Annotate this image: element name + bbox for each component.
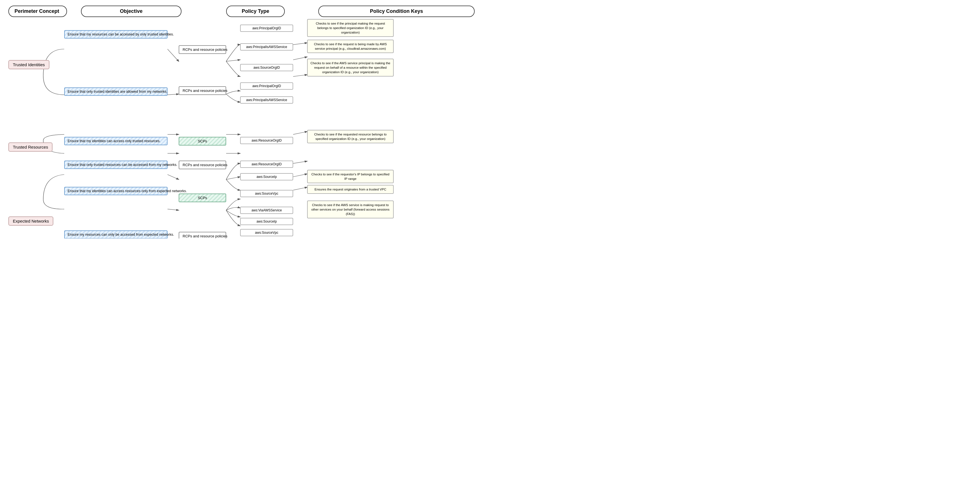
policy-box-4: RCPs and resource policies	[179, 161, 226, 169]
key-box-2: aws:PrincipalIsAWSService	[240, 43, 293, 51]
objective-box-1: Ensure that my resources can be accessed…	[64, 30, 167, 38]
objective-box-4: Ensure that only trusted resources can b…	[64, 161, 167, 169]
header-concept: Perimeter Concept	[8, 6, 67, 17]
desc-box-1: Checks to see if the principal making th…	[307, 19, 394, 37]
key-box-9: aws:SourceVpc	[240, 190, 293, 197]
key-box-6: aws:ResourceOrgID	[240, 137, 293, 144]
policy-box-1: RCPs and resource policies	[179, 45, 226, 54]
concept-trusted-resources: Trusted Resources	[8, 142, 52, 152]
key-box-10: aws:ViaAWSService	[240, 207, 293, 214]
concept-trusted-identities: Trusted Identities	[8, 60, 49, 69]
column-headers: Perimeter Concept Objective Policy Type …	[6, 6, 484, 17]
policy-box-6: RCPs and resource policies	[179, 232, 226, 238]
desc-box-5: Checks to see if the requestor's IP belo…	[307, 170, 394, 183]
key-box-5: aws:PrincipalIsAWSService	[240, 96, 293, 103]
desc-box-4: Checks to see if the requested resource …	[307, 130, 394, 143]
key-box-8: aws:SourceIp	[240, 173, 293, 180]
policy-box-5: SCPs	[179, 194, 226, 202]
objective-box-3: Ensure that my identities can access onl…	[64, 137, 167, 145]
header-condition-keys: Policy Condition Keys	[318, 6, 475, 17]
desc-box-2: Checks to see if the request is being ma…	[307, 40, 394, 53]
key-box-12: aws:SourceVpc	[240, 229, 293, 236]
header-policy-type: Policy Type	[226, 6, 285, 17]
concept-expected-networks: Expected Networks	[8, 216, 53, 226]
key-box-4: aws:PrincipalOrgID	[240, 83, 293, 90]
objective-box-2: Ensure that only trusted identities are …	[64, 87, 167, 96]
key-box-7: aws:ResourceOrgID	[240, 161, 293, 168]
desc-box-7: Checks to see if the AWS service is maki…	[307, 200, 394, 218]
key-box-11: aws:SourceIp	[240, 218, 293, 225]
header-objective: Objective	[81, 6, 181, 17]
objective-box-5: Ensure that my identities can access res…	[64, 187, 167, 195]
connection-lines	[0, 22, 490, 238]
policy-box-3: SCPs	[179, 137, 226, 146]
desc-box-6: Ensures the request originates from a tr…	[307, 185, 394, 194]
desc-box-3: Checks to see if the AWS service princip…	[307, 59, 394, 76]
key-box-3: aws:SourceOrgID	[240, 64, 293, 71]
key-box-1: aws:PrincipalOrgID	[240, 25, 293, 32]
diagram-container: Perimeter Concept Objective Policy Type …	[0, 0, 490, 238]
objective-box-6: Ensure my resources can only be accessed…	[64, 231, 167, 238]
policy-box-2: RCPs and resource policies	[179, 86, 226, 95]
